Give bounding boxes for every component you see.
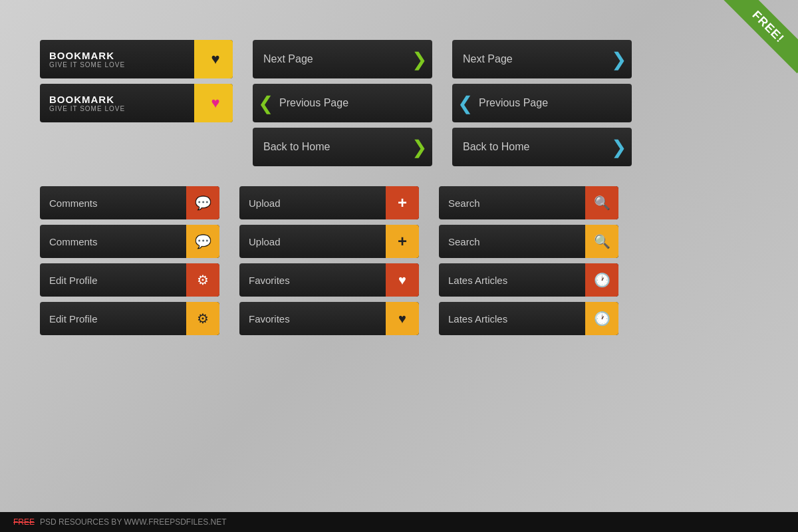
footer-text: PSD RESOURCES BY WWW.FREEPSDFILES.NET: [40, 517, 227, 527]
chat-icon-red: 💬: [195, 195, 211, 211]
prev-page-green-arrow: ❮: [258, 92, 273, 114]
edit-profile-red-button[interactable]: Edit Profile ⚙: [40, 263, 219, 297]
free-label: FREE!: [722, 0, 798, 73]
next-page-cyan-button[interactable]: Next Page ❯: [452, 40, 632, 78]
favorites-red-button[interactable]: Favorites ♥: [239, 263, 419, 297]
search-icon-red: 🔍: [594, 195, 610, 211]
comments-red-icon-box: 💬: [186, 186, 219, 219]
comments-yellow-label: Comments: [40, 236, 186, 247]
lates-articles-red-icon-box: 🕐: [585, 263, 618, 297]
lates-articles-yellow-icon-box: 🕐: [585, 302, 618, 335]
footer: FREE PSD RESOURCES BY WWW.FREEPSDFILES.N…: [0, 512, 798, 532]
back-home-cyan-label: Back to Home: [452, 141, 632, 153]
prev-page-green-label: Previous Page: [253, 97, 432, 109]
prev-page-cyan-label: Previous Page: [452, 97, 632, 109]
bookmark-icon-2: ♥: [198, 84, 233, 122]
comments-red-button[interactable]: Comments 💬: [40, 186, 219, 219]
back-home-green-label: Back to Home: [253, 141, 432, 153]
gear-icon-red: ⚙: [197, 272, 209, 288]
back-home-green-arrow: ❯: [412, 136, 427, 158]
gear-icon-yellow: ⚙: [197, 311, 209, 327]
bookmark-subtitle-1: GIVE IT SOME LOVE: [49, 61, 185, 68]
favorites-red-icon-box: ♥: [386, 263, 419, 297]
top-section: BOOKMARK GIVE IT SOME LOVE ♥ BOOKMARK GI…: [40, 40, 758, 166]
edit-profile-red-icon-box: ⚙: [186, 263, 219, 297]
bookmark-button-2[interactable]: BOOKMARK GIVE IT SOME LOVE ♥: [40, 84, 233, 122]
search-icon-yellow: 🔍: [594, 233, 610, 249]
lates-articles-yellow-label: Lates Articles: [439, 313, 585, 325]
next-page-cyan-label: Next Page: [452, 53, 632, 65]
upload-yellow-button[interactable]: Upload +: [239, 225, 419, 258]
favorites-yellow-icon-box: ♥: [386, 302, 419, 335]
action-col-1: Comments 💬 Comments 💬 Edit Profile ⚙ Edi…: [40, 186, 219, 335]
search-red-label: Search: [439, 198, 585, 209]
bookmarks-column: BOOKMARK GIVE IT SOME LOVE ♥ BOOKMARK GI…: [40, 40, 233, 122]
plus-icon-red: +: [398, 194, 407, 212]
bookmark-text-1: BOOKMARK GIVE IT SOME LOVE: [40, 46, 194, 72]
next-page-cyan-arrow: ❯: [611, 49, 626, 70]
bookmark-ribbon-1: [194, 40, 198, 78]
upload-red-icon-box: +: [386, 186, 419, 219]
clock-icon-yellow: 🕐: [594, 311, 610, 327]
heart-icon-1: ♥: [211, 51, 219, 68]
edit-profile-red-label: Edit Profile: [40, 275, 186, 286]
comments-red-label: Comments: [40, 198, 186, 209]
upload-red-button[interactable]: Upload +: [239, 186, 419, 219]
nav-green-column: Next Page ❯ ❮ Previous Page Back to Home…: [253, 40, 432, 166]
bookmark-ribbon-2: [194, 84, 198, 122]
upload-yellow-icon-box: +: [386, 225, 419, 258]
nav-cyan-column: Next Page ❯ ❮ Previous Page Back to Home…: [452, 40, 632, 166]
bookmark-button-1[interactable]: BOOKMARK GIVE IT SOME LOVE ♥: [40, 40, 233, 78]
bottom-section: Comments 💬 Comments 💬 Edit Profile ⚙ Edi…: [40, 186, 758, 335]
chat-icon-yellow: 💬: [195, 233, 211, 249]
next-page-green-arrow: ❯: [412, 49, 427, 70]
back-home-cyan-arrow: ❯: [611, 136, 626, 158]
comments-yellow-icon-box: 💬: [186, 225, 219, 258]
lates-articles-red-label: Lates Articles: [439, 275, 585, 286]
bookmark-icon-1: ♥: [198, 40, 233, 78]
bookmark-text-2: BOOKMARK GIVE IT SOME LOVE: [40, 90, 194, 116]
bookmark-subtitle-2: GIVE IT SOME LOVE: [49, 105, 185, 112]
next-page-green-button[interactable]: Next Page ❯: [253, 40, 432, 78]
search-yellow-label: Search: [439, 236, 585, 247]
lates-articles-yellow-button[interactable]: Lates Articles 🕐: [439, 302, 618, 335]
heart-icon-2: ♥: [211, 94, 219, 112]
favorites-yellow-label: Favorites: [239, 313, 386, 325]
upload-red-label: Upload: [239, 198, 386, 209]
comments-yellow-button[interactable]: Comments 💬: [40, 225, 219, 258]
back-home-green-button[interactable]: Back to Home ❯: [253, 128, 432, 166]
action-col-2: Upload + Upload + Favorites ♥ Favorites: [239, 186, 419, 335]
lates-articles-red-button[interactable]: Lates Articles 🕐: [439, 263, 618, 297]
search-yellow-button[interactable]: Search 🔍: [439, 225, 618, 258]
plus-icon-yellow: +: [398, 232, 407, 251]
action-col-3: Search 🔍 Search 🔍 Lates Articles 🕐 Lates…: [439, 186, 618, 335]
heart-icon-red: ♥: [398, 273, 406, 288]
search-yellow-icon-box: 🔍: [585, 225, 618, 258]
edit-profile-yellow-icon-box: ⚙: [186, 302, 219, 335]
favorites-red-label: Favorites: [239, 275, 386, 286]
prev-page-green-button[interactable]: ❮ Previous Page: [253, 84, 432, 122]
prev-page-cyan-button[interactable]: ❮ Previous Page: [452, 84, 632, 122]
upload-yellow-label: Upload: [239, 236, 386, 247]
search-red-icon-box: 🔍: [585, 186, 618, 219]
clock-icon-red: 🕐: [594, 272, 610, 288]
favorites-yellow-button[interactable]: Favorites ♥: [239, 302, 419, 335]
prev-page-cyan-arrow: ❮: [458, 92, 473, 114]
edit-profile-yellow-label: Edit Profile: [40, 313, 186, 325]
search-red-button[interactable]: Search 🔍: [439, 186, 618, 219]
edit-profile-yellow-button[interactable]: Edit Profile ⚙: [40, 302, 219, 335]
bookmark-title-1: BOOKMARK: [49, 50, 185, 61]
footer-strike: FREE: [13, 517, 35, 527]
next-page-green-label: Next Page: [253, 53, 432, 65]
back-home-cyan-button[interactable]: Back to Home ❯: [452, 128, 632, 166]
free-banner: FREE!: [712, 0, 798, 86]
bookmark-title-2: BOOKMARK: [49, 94, 185, 105]
heart-icon-yellow: ♥: [398, 311, 406, 327]
